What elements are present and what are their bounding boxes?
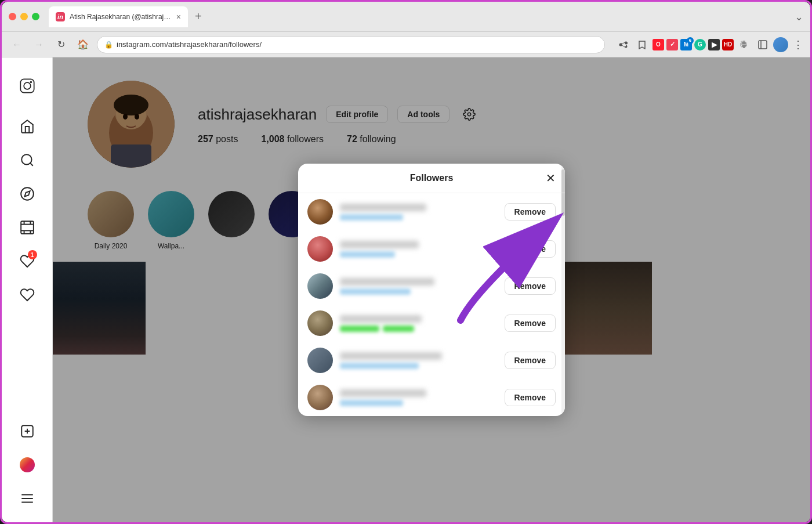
- follower-name-6: [340, 389, 426, 397]
- browser-extensions: O ✓ M 6 G ▶ HD ⋮: [615, 37, 803, 53]
- active-tab[interactable]: in Atish Rajasekharan (@atishraja... ×: [49, 6, 188, 27]
- follower-handle-3: [340, 288, 411, 295]
- refresh-button[interactable]: ↻: [53, 37, 69, 53]
- traffic-lights: [9, 13, 39, 20]
- maximize-window-button[interactable]: [32, 13, 39, 20]
- modal-scrollbar: [561, 164, 565, 416]
- modal-close-button[interactable]: ✕: [546, 172, 556, 184]
- follower-item-3: Remove: [298, 268, 565, 305]
- address-bar: ← → ↻ 🏠 🔒 instagram.com/atishrajasekhara…: [2, 32, 810, 57]
- sidebar-item-menu[interactable]: [13, 484, 42, 513]
- follower-item-4: Remove: [298, 305, 565, 342]
- follower-handle-1: [340, 214, 403, 221]
- sidebar-item-search[interactable]: [13, 146, 42, 175]
- sidebar-item-notifications[interactable]: 1: [13, 247, 42, 276]
- follower-info-4: [340, 315, 498, 332]
- remove-button-5[interactable]: Remove: [505, 352, 556, 369]
- tab-favicon-icon: in: [56, 12, 65, 21]
- sidebar-user-avatar: [20, 457, 35, 472]
- svg-rect-9: [21, 221, 34, 234]
- svg-point-4: [30, 81, 32, 84]
- follower-name-1: [340, 204, 426, 211]
- notification-badge: 1: [28, 250, 37, 259]
- followers-modal-overlay: Followers ✕ Remove: [53, 57, 810, 522]
- browser-menu-button[interactable]: ⋮: [793, 38, 803, 51]
- sidebar-item-home[interactable]: [13, 112, 42, 141]
- followers-modal: Followers ✕ Remove: [298, 164, 565, 416]
- instagram-main: atishrajasekharan Edit profile Ad tools …: [53, 57, 810, 522]
- follower-info-3: [340, 278, 498, 295]
- sidebar-item-likes[interactable]: [13, 280, 42, 309]
- follower-avatar-4: [307, 310, 333, 336]
- remove-button-3[interactable]: Remove: [505, 277, 556, 295]
- follower-info-1: [340, 204, 498, 221]
- follower-avatar-6: [307, 385, 333, 410]
- svg-line-6: [30, 163, 33, 166]
- url-text: instagram.com/atishrajasekharan/follower…: [117, 40, 262, 49]
- pocket-extension-icon[interactable]: ✓: [666, 39, 678, 50]
- tab-bar: in Atish Rajasekharan (@atishraja... × +: [49, 6, 790, 27]
- title-bar: in Atish Rajasekharan (@atishraja... × +…: [2, 2, 810, 32]
- modal-header: Followers ✕: [298, 164, 565, 193]
- minimize-window-button[interactable]: [20, 13, 28, 20]
- remove-button-1[interactable]: Remove: [505, 203, 556, 221]
- share-button[interactable]: [615, 37, 632, 53]
- forward-button[interactable]: →: [31, 37, 47, 53]
- sidebar-bottom: [13, 417, 42, 513]
- back-button[interactable]: ←: [9, 37, 25, 53]
- svg-point-3: [24, 82, 31, 89]
- follower-avatar-2: [307, 236, 333, 262]
- modal-body[interactable]: Remove Remove: [298, 193, 565, 416]
- follower-handle-2: [340, 251, 395, 258]
- new-tab-button[interactable]: +: [190, 8, 206, 26]
- svg-point-7: [21, 187, 34, 200]
- arrow-extension-icon[interactable]: ▶: [708, 39, 720, 50]
- follower-avatar-1: [307, 199, 333, 225]
- lock-icon: 🔒: [104, 41, 113, 49]
- sidebar-item-explore[interactable]: [13, 179, 42, 208]
- remove-button-6[interactable]: Remove: [505, 389, 556, 406]
- follower-item-2: Remove: [298, 230, 565, 268]
- instagram-page: 1: [2, 57, 810, 522]
- svg-rect-2: [20, 79, 34, 92]
- instagram-logo[interactable]: [13, 71, 42, 100]
- follower-name-5: [340, 352, 442, 360]
- remove-button-4[interactable]: Remove: [505, 315, 556, 332]
- follower-name-3: [340, 278, 434, 286]
- extensions-button[interactable]: [736, 37, 752, 53]
- address-input[interactable]: 🔒 instagram.com/atishrajasekharan/follow…: [97, 36, 605, 53]
- browser-user-avatar[interactable]: [773, 37, 788, 52]
- svg-point-5: [21, 154, 31, 164]
- svg-marker-8: [24, 191, 30, 196]
- tab-title: Atish Rajasekharan (@atishraja...: [70, 13, 172, 21]
- page-content: 1: [2, 57, 810, 522]
- svg-rect-0: [759, 41, 767, 49]
- sidebar-item-create[interactable]: [13, 417, 42, 446]
- follower-info-6: [340, 389, 498, 406]
- sidebar-item-profile[interactable]: [13, 450, 42, 479]
- follower-handle-5: [340, 363, 419, 369]
- follower-item-5: Remove: [298, 342, 565, 379]
- instagram-sidebar: 1: [2, 57, 53, 522]
- tab-menu-button[interactable]: ⌄: [795, 10, 803, 23]
- opera-extension-icon[interactable]: O: [652, 39, 664, 50]
- ms-badge: 6: [687, 37, 694, 44]
- follower-info-2: [340, 241, 498, 258]
- modal-title: Followers: [410, 173, 454, 183]
- ms-extension-icon[interactable]: M 6: [680, 39, 692, 50]
- follower-avatar-3: [307, 273, 333, 299]
- follower-item-6: Remove: [298, 379, 565, 416]
- hd-extension-icon[interactable]: HD: [722, 39, 734, 50]
- grammarly-extension-icon[interactable]: G: [694, 39, 706, 50]
- follower-handle-6: [340, 400, 403, 406]
- browser-window: in Atish Rajasekharan (@atishraja... × +…: [2, 2, 810, 522]
- bookmark-button[interactable]: [634, 37, 650, 53]
- sidebar-button[interactable]: [755, 37, 771, 53]
- sidebar-item-reels[interactable]: [13, 213, 42, 242]
- follower-avatar-5: [307, 348, 333, 373]
- tab-close-button[interactable]: ×: [176, 12, 181, 21]
- remove-button-2[interactable]: Remove: [505, 240, 556, 258]
- close-window-button[interactable]: [9, 13, 16, 20]
- follower-name-2: [340, 241, 419, 248]
- home-button[interactable]: 🏠: [75, 37, 91, 53]
